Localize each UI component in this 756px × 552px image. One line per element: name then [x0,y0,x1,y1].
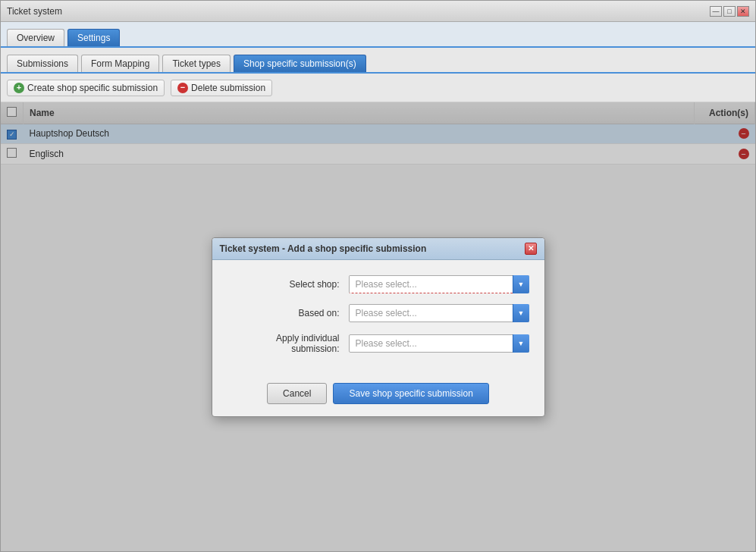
tab-settings[interactable]: Settings [67,29,120,46]
delete-label: Delete submission [191,83,265,93]
modal-title: Ticket system - Add a shop specific subm… [220,243,427,254]
cancel-button[interactable]: Cancel [267,383,327,404]
top-nav: Overview Settings [1,22,755,48]
modal-header: Ticket system - Add a shop specific subm… [212,238,544,260]
create-label: Create shop specific submission [27,83,158,93]
tab-ticket-types[interactable]: Ticket types [162,55,231,72]
select-shop-row: Select shop: Please select... ▼ [227,275,529,293]
table-area: Name Action(s) Hauptshop Deutsch − [1,102,755,551]
apply-individual-input[interactable]: Please select... [349,334,529,353]
window-title: Ticket system [7,6,62,17]
apply-individual-row: Apply individual submission: Please sele… [227,333,529,354]
maximize-button[interactable]: □ [723,6,736,17]
tab-form-mapping[interactable]: Form Mapping [81,55,159,72]
create-submission-button[interactable]: + Create shop specific submission [7,80,165,96]
delete-icon: − [177,83,188,93]
select-shop-wrapper: Please select... ▼ [349,275,529,293]
select-shop-label: Select shop: [227,279,349,290]
tab-shop-specific[interactable]: Shop specific submission(s) [234,55,366,72]
based-on-row: Based on: Please select... ▼ [227,304,529,322]
main-window: Ticket system — □ ✕ Overview Settings Su… [0,0,756,552]
close-button[interactable]: ✕ [737,6,749,17]
apply-individual-wrapper: Please select... ▼ [349,334,529,353]
based-on-label: Based on: [227,308,349,318]
select-shop-input[interactable]: Please select... [349,275,529,293]
content-area: Submissions Form Mapping Ticket types Sh… [1,48,755,551]
modal-overlay: Ticket system - Add a shop specific subm… [1,102,755,551]
title-bar: Ticket system — □ ✕ [1,1,755,22]
sub-tabs: Submissions Form Mapping Ticket types Sh… [1,48,755,74]
title-bar-controls: — □ ✕ [710,6,749,17]
modal-body: Select shop: Please select... ▼ Based on… [212,260,544,377]
minimize-button[interactable]: — [710,6,722,17]
based-on-input[interactable]: Please select... [349,304,529,322]
tab-submissions[interactable]: Submissions [7,55,78,72]
apply-individual-label: Apply individual submission: [227,333,349,354]
save-button[interactable]: Save shop specific submission [333,383,488,404]
delete-submission-button[interactable]: − Delete submission [171,80,272,96]
toolbar: + Create shop specific submission − Dele… [1,74,755,102]
modal-close-button[interactable]: ✕ [525,243,537,255]
tab-overview[interactable]: Overview [7,29,64,46]
add-submission-modal: Ticket system - Add a shop specific subm… [212,237,545,417]
add-icon: + [14,83,24,93]
modal-footer: Cancel Save shop specific submission [212,377,544,416]
based-on-wrapper: Please select... ▼ [349,304,529,322]
